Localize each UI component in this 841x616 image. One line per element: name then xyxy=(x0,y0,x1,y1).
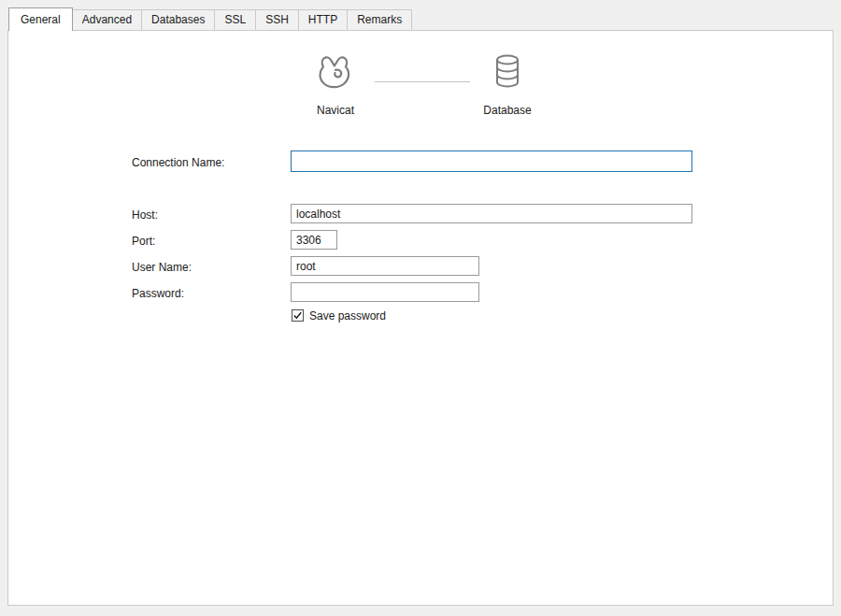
tab-bar: General Advanced Databases SSL SSH HTTP … xyxy=(8,7,412,31)
tab-ssh[interactable]: SSH xyxy=(255,9,299,30)
user-name-input[interactable] xyxy=(291,256,479,276)
port-label: Port: xyxy=(132,235,155,248)
navicat-logo-icon xyxy=(313,51,358,96)
user-name-label: User Name: xyxy=(132,261,192,274)
connection-line xyxy=(375,81,470,82)
database-cylinder-icon xyxy=(491,53,524,94)
tab-general[interactable]: General xyxy=(8,7,73,31)
password-input[interactable] xyxy=(291,282,479,302)
tab-remarks[interactable]: Remarks xyxy=(347,9,412,30)
tab-advanced[interactable]: Advanced xyxy=(72,9,142,30)
general-tab-panel: Navicat Database Connection Name: Host: … xyxy=(7,30,834,606)
tab-databases[interactable]: Databases xyxy=(141,9,215,30)
tab-http[interactable]: HTTP xyxy=(298,9,348,30)
connection-settings-dialog: General Advanced Databases SSL SSH HTTP … xyxy=(0,0,841,616)
navicat-label: Navicat xyxy=(293,104,378,117)
password-label: Password: xyxy=(132,287,184,300)
save-password-checkbox[interactable] xyxy=(292,309,304,322)
save-password-label: Save password xyxy=(309,309,386,322)
host-input[interactable] xyxy=(291,204,692,223)
check-icon xyxy=(292,310,303,321)
tab-ssl[interactable]: SSL xyxy=(214,9,256,30)
database-label: Database xyxy=(465,104,549,117)
port-input[interactable] xyxy=(291,230,337,250)
connection-name-label: Connection Name: xyxy=(132,156,224,169)
connection-name-input[interactable] xyxy=(291,150,692,172)
host-label: Host: xyxy=(132,208,158,222)
